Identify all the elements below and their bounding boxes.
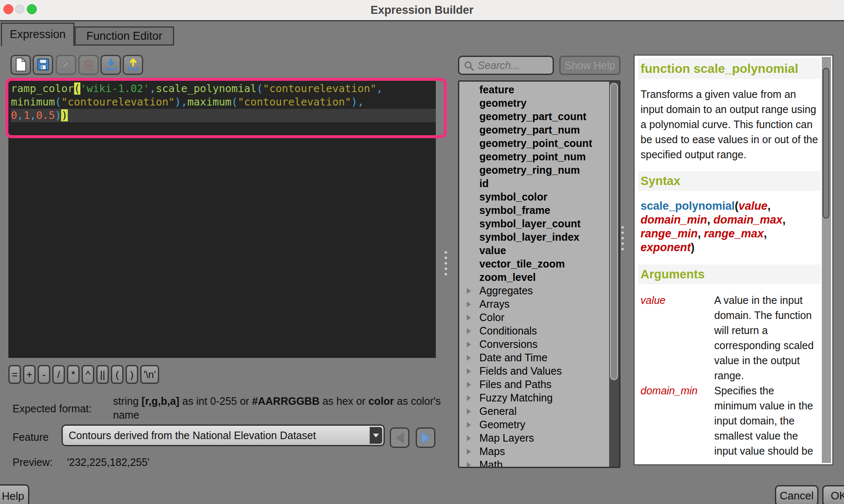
trash-icon [83,58,95,72]
function-list-item-zoom_level[interactable]: zoom_level [459,270,608,284]
feature-label: Feature [13,431,49,443]
combo-dropdown-arrow-icon[interactable] [370,427,382,444]
function-list: featuregeometrygeometry_part_countgeomet… [459,83,608,468]
arguments-table: valueA value in the input domain. The fu… [641,293,818,458]
previous-feature-button[interactable] [390,427,409,448]
expression-editor[interactable]: ramp_color('wiki-1.02',scale_polynomial(… [8,80,436,358]
operator-button-row: =+-/*^||()'\n' [8,365,159,384]
edit-expression-button[interactable] [56,55,76,75]
pane-top-border [0,20,844,21]
function-group-aggregates[interactable]: Aggregates [459,284,608,297]
function-list-item-symbol_layer_index[interactable]: symbol_layer_index [459,230,608,244]
operator-button-+[interactable]: + [23,365,36,384]
function-group-date-and-time[interactable]: Date and Time [459,351,608,364]
function-group-arrays[interactable]: Arrays [459,297,608,311]
search-input[interactable] [478,58,551,73]
cancel-button[interactable]: Cancel [775,485,818,504]
save-floppy-icon [36,58,50,72]
new-expression-button[interactable] [10,55,31,75]
next-feature-button[interactable] [416,427,435,448]
function-list-item-geometry_point_count[interactable]: geometry_point_count [459,136,608,150]
function-group-general[interactable]: General [459,404,608,418]
help-description: Transforms a given value from an input d… [641,87,818,162]
expand-arrow-icon[interactable] [467,395,471,401]
help-button[interactable]: Help [0,484,29,504]
function-group-geometry[interactable]: Geometry [459,418,608,431]
function-list-item-geometry_part_count[interactable]: geometry_part_count [459,110,608,123]
function-list-item-geometry_point_num[interactable]: geometry_point_num [459,150,608,163]
function-help-panel: function scale_polynomial Transforms a g… [633,54,834,465]
new-file-icon [15,57,27,73]
feature-select[interactable]: Contours derived from the National Eleva… [62,424,385,446]
expression-code-line: ramp_color('wiki-1.02',scale_polynomial(… [11,82,436,95]
next-arrow-icon [422,432,430,444]
function-list-item-vector_tile_zoom[interactable]: vector_tile_zoom [459,257,608,270]
function-group-math[interactable]: Math [459,458,608,468]
function-list-item-geometry_ring_num[interactable]: geometry_ring_num [459,163,608,177]
operator-button-*[interactable]: * [67,365,80,384]
function-group-files-and-paths[interactable]: Files and Paths [459,378,608,391]
expand-arrow-icon[interactable] [467,342,471,347]
function-group-maps[interactable]: Maps [459,445,608,458]
expand-arrow-icon[interactable] [467,422,471,428]
expand-arrow-icon[interactable] [467,315,471,321]
expression-code-line: minimum("contourelevation"),maximum("con… [11,95,436,109]
tab-function-editor[interactable]: Function Editor [75,26,174,46]
splitter-handle-right[interactable] [621,226,624,250]
expand-arrow-icon[interactable] [467,449,471,455]
expected-format-value: string [r,g,b,a] as int 0-255 or #AARRGG… [113,394,444,422]
function-group-fields-and-values[interactable]: Fields and Values [459,364,608,378]
operator-button-'\n'[interactable]: '\n' [140,365,159,384]
preview-label: Preview: [13,456,53,468]
expand-arrow-icon[interactable] [467,382,471,388]
expand-arrow-icon[interactable] [467,301,471,307]
splitter-handle-left[interactable] [445,251,447,275]
function-list-item-geometry_part_num[interactable]: geometry_part_num [459,123,608,136]
function-list-item-geometry[interactable]: geometry [459,96,608,110]
operator-button-^[interactable]: ^ [82,365,94,384]
function-group-fuzzy-matching[interactable]: Fuzzy Matching [459,391,608,404]
function-group-color[interactable]: Color [459,311,608,324]
import-arrow-down-icon [104,58,118,72]
function-list-item-symbol_layer_count[interactable]: symbol_layer_count [459,217,608,230]
expand-arrow-icon[interactable] [467,435,471,441]
expand-arrow-icon[interactable] [467,409,471,414]
operator-button-([interactable]: ( [111,365,124,384]
operator-button-)[interactable]: ) [126,365,138,384]
save-expression-button[interactable] [33,55,53,75]
function-list-item-symbol_frame[interactable]: symbol_frame [459,203,608,217]
operator-button-/[interactable]: / [52,365,65,384]
show-help-button[interactable]: Show Help [559,56,620,75]
function-list-scrollbar-thumb[interactable] [610,83,618,380]
export-arrow-up-icon [126,58,140,72]
function-group-map-layers[interactable]: Map Layers [459,431,608,445]
operator-button-||[interactable]: || [96,365,109,384]
expand-arrow-icon[interactable] [467,288,471,294]
function-group-conditionals[interactable]: Conditionals [459,324,608,337]
function-list-item-symbol_color[interactable]: symbol_color [459,190,608,203]
titlebar: Expression Builder [0,0,844,20]
operator-button-=[interactable]: = [8,365,21,384]
expand-arrow-icon[interactable] [467,462,471,468]
ok-button[interactable]: OK [822,485,844,504]
delete-expression-button[interactable] [78,55,99,75]
window-title: Expression Builder [0,0,844,20]
help-scrollbar[interactable] [822,57,831,463]
function-list-panel: featuregeometrygeometry_part_countgeomet… [458,80,620,468]
expand-arrow-icon[interactable] [467,328,471,334]
expand-arrow-icon[interactable] [467,368,471,374]
search-box[interactable] [458,56,554,75]
tab-expression[interactable]: Expression [1,23,75,46]
previous-arrow-icon [396,432,404,444]
function-list-scrollbar[interactable] [609,82,619,467]
function-list-item-feature[interactable]: feature [459,83,608,96]
import-expression-button[interactable] [100,55,121,75]
feature-selected-value: Contours derived from the National Eleva… [69,426,316,445]
operator-button--[interactable]: - [38,365,50,384]
help-scrollbar-thumb[interactable] [823,68,829,219]
function-list-item-id[interactable]: id [459,177,608,190]
function-list-item-value[interactable]: value [459,244,608,257]
expand-arrow-icon[interactable] [467,355,471,361]
export-expression-button[interactable] [123,55,143,75]
function-group-conversions[interactable]: Conversions [459,337,608,351]
